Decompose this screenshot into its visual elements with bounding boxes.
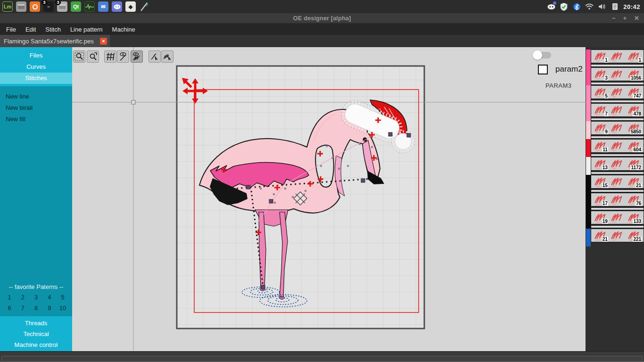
thread-row[interactable]: 1776 [586,193,644,211]
sidebar-item-machine-control[interactable]: Machine control [0,339,72,350]
security-shield-icon[interactable] [560,2,568,11]
thread-row[interactable]: 1521 [586,175,644,193]
notification-dot [553,1,556,5]
thread-separator [591,172,644,174]
wifi-icon[interactable] [585,2,594,11]
document-tab[interactable]: Flamingo Santa5x7sewterific.pes × [0,35,110,47]
volume-icon[interactable] [598,2,606,11]
param1-toggle[interactable] [534,52,551,58]
guide-handle [132,100,135,104]
param2-checkbox[interactable] [538,65,548,74]
tab-close-icon[interactable]: × [100,38,107,45]
update-manager-icon[interactable] [30,1,40,12]
main-area: Files Curves Stitches New line New birai… [0,47,644,351]
terminal-icon[interactable]: –3 [43,1,54,12]
bluetooth-icon[interactable] [572,2,581,11]
thread-seq: 9 [604,129,608,134]
sidebar-item-new-fill[interactable]: New fill [0,114,72,125]
sidebar-item-threads[interactable]: Threads [0,318,72,329]
favorite-pattern-2[interactable]: 2 [18,294,27,301]
zoom-selection-button[interactable] [73,50,85,63]
sidebar-item-files[interactable]: Files [0,50,72,61]
embroidery-needle-icon[interactable] [139,1,149,12]
thread-row[interactable]: 131172 [586,157,644,175]
thread-count: 221 [633,237,642,242]
thread-count: 747 [633,93,642,99]
needle-glyph [139,1,149,12]
thread-row[interactable]: 11 [586,49,644,67]
menu-stitch[interactable]: Stitch [45,26,61,33]
favorite-pattern-5[interactable]: 5 [58,294,67,301]
thread-list-panel: 11 31056 5747 7478 95850 11604 131172 15… [586,47,644,351]
design-canvas[interactable]: param2 PARAM3 [72,47,586,351]
thread-row[interactable]: 19133 [586,211,644,229]
discord-icon[interactable] [112,1,122,12]
thread-seq: 1 [604,58,608,63]
thread-separator [591,82,644,85]
mail-icon[interactable]: ✉ [98,1,108,12]
sidebar-item-technical[interactable]: Technical [0,329,72,339]
thread-count: 21 [636,183,642,188]
canvas-drawing [72,47,586,351]
menu-line-pattern[interactable]: Line pattern [70,26,103,33]
favorite-pattern-4[interactable]: 4 [45,294,54,301]
close-button[interactable]: ✕ [634,14,639,23]
thread-color-strip [586,67,591,85]
show-curves-button[interactable] [117,50,129,63]
qt-creator-icon[interactable]: Qt [71,1,81,12]
inkscape-icon[interactable]: ◆ [125,1,136,12]
mint-menu-icon[interactable]: Lm [2,1,13,12]
thread-row[interactable]: 7478 [586,103,644,121]
thread-seq: 3 [604,75,608,81]
menu-file[interactable]: File [6,26,16,33]
clipboard-icon[interactable] [611,2,619,11]
window-title: OE designer [alpha] [0,15,644,22]
thread-color-strip [586,49,591,67]
sidebar-item-stitches[interactable]: Stitches [0,73,72,84]
favorite-pattern-1[interactable]: 1 [5,294,14,301]
terminal-glyph: – [47,4,50,9]
select-curves-button[interactable] [149,50,161,63]
thread-row[interactable]: 95850 [586,121,644,139]
discord-tray-icon[interactable] [547,2,555,11]
thread-row[interactable]: 21221 [586,229,644,247]
thread-row[interactable]: 31056 [586,67,644,85]
thread-row[interactable]: 11604 [586,139,644,157]
thread-separator [591,136,644,139]
sidebar-item-new-birail[interactable]: New birail [0,102,72,114]
favorite-pattern-6[interactable]: 6 [5,304,14,312]
sidebar-item-new-line[interactable]: New line [0,91,72,102]
menu-machine[interactable]: Machine [112,26,135,33]
window-switcher-icon[interactable] [16,1,26,12]
thread-separator [591,154,644,156]
maximize-button[interactable]: + [623,14,627,23]
system-monitor-icon[interactable] [84,1,95,12]
thread-color-strip [586,121,591,139]
thread-seq: 5 [604,93,608,99]
thread-seq: 21 [602,237,608,242]
toggle-knob[interactable] [533,50,542,60]
zoom-out-button[interactable] [87,50,99,63]
clock: 20:42 [623,3,640,10]
favorite-pattern-8[interactable]: 8 [32,304,41,312]
sidebar-item-curves[interactable]: Curves [0,61,72,73]
thread-seq: 19 [602,219,608,224]
grid-toggle-button[interactable] [104,50,116,63]
favorite-pattern-10[interactable]: 10 [58,304,67,312]
thread-separator [591,225,644,228]
param2-label: param2 [555,65,583,74]
thread-row[interactable]: 5747 [586,85,644,103]
thread-separator [591,118,644,121]
favorite-pattern-9[interactable]: 9 [45,304,54,312]
sidebar-section-tools: New line New birail New fill -- favorite… [0,86,72,316]
favorite-pattern-7[interactable]: 7 [18,304,27,312]
file-manager-icon[interactable]: 3 [57,1,67,12]
show-stitches-button[interactable] [131,50,143,63]
minimize-button[interactable]: − [612,14,616,23]
favorite-pattern-3[interactable]: 3 [32,294,41,301]
select-stitches-button[interactable] [161,50,173,63]
menu-edit[interactable]: Edit [25,26,36,33]
title-bar[interactable]: OE designer [alpha] − + ✕ [0,13,644,24]
favorite-patterns-block: -- favorite Paterns -- 1 2 3 4 5 6 7 8 9… [0,282,72,316]
sidebar-section-bottom: Threads Technical Machine control [0,316,72,351]
